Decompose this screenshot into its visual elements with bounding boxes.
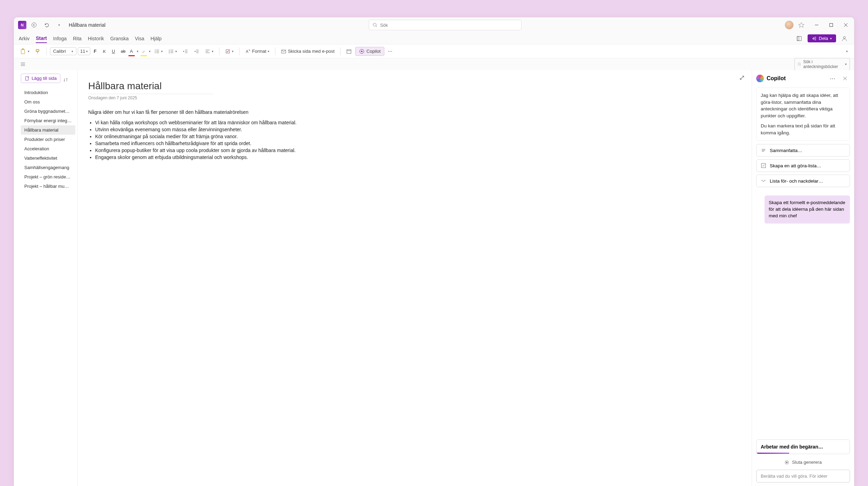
suggestion-summarize[interactable]: Sammanfatta…: [756, 144, 850, 157]
tab-granska[interactable]: Granska: [110, 34, 129, 43]
tab-infoga[interactable]: Infoga: [53, 34, 67, 43]
mail-icon: [281, 49, 286, 54]
meeting-details-button[interactable]: [344, 47, 354, 56]
main-content: Lägg till sida Introduktion Om oss Gröna…: [14, 70, 854, 486]
tab-start[interactable]: Start: [36, 34, 47, 43]
svg-text:3: 3: [169, 52, 170, 54]
copilot-toolbar-button[interactable]: Copilot: [355, 47, 384, 56]
maximize-button[interactable]: [827, 21, 835, 29]
bullet-item[interactable]: Samarbeta med influencers och hållbarhet…: [95, 141, 741, 146]
copilot-more-button[interactable]: ⋯: [828, 74, 837, 83]
page-editor[interactable]: Hållbara material Onsdagen den 7 juni 20…: [78, 70, 752, 486]
titlebar: N ▾ Hållbara material: [14, 17, 854, 33]
page-item[interactable]: Projekt – hållbar mu…: [21, 182, 75, 191]
bullet-item[interactable]: Kör onlineutmaningar på sociala medier f…: [95, 134, 741, 139]
account-icon[interactable]: [840, 34, 849, 43]
search-input[interactable]: [380, 23, 518, 28]
svg-text:A: A: [246, 49, 249, 53]
bullet-item[interactable]: Engagera skolor genom att erbjuda utbild…: [95, 154, 741, 160]
page-item[interactable]: Gröna byggnadsmetoder: [21, 107, 75, 116]
italic-button[interactable]: K: [101, 47, 108, 56]
indent-button[interactable]: [192, 47, 201, 56]
nav-toggle-button[interactable]: [18, 59, 28, 69]
close-button[interactable]: [842, 21, 850, 29]
search-icon: [373, 23, 377, 27]
expand-button[interactable]: [739, 75, 745, 81]
page-item[interactable]: Hållbara material: [21, 125, 75, 135]
bullet-list[interactable]: Vi kan hålla roliga workshops och webbse…: [88, 120, 741, 160]
strikethrough-button[interactable]: ab: [119, 48, 126, 55]
app-window: N ▾ Hållbara material Arkiv Start Infog: [14, 17, 854, 486]
tab-arkiv[interactable]: Arkiv: [19, 34, 30, 43]
page-item[interactable]: Vatteneffektivitet: [21, 153, 75, 163]
document-title: Hållbara material: [69, 22, 106, 28]
reading-view-button[interactable]: [794, 34, 804, 43]
svg-point-10: [843, 36, 845, 39]
font-family-select[interactable]: Calibri▾: [50, 47, 76, 55]
svg-point-0: [32, 23, 36, 27]
copilot-input[interactable]: Berätta vad du vill göra. För idéer: [756, 470, 850, 483]
page-item[interactable]: Förnybar energi integr…: [21, 116, 75, 125]
intro-text[interactable]: Några idéer om hur vi kan få fler person…: [88, 109, 741, 115]
tab-rita[interactable]: Rita: [73, 34, 82, 43]
underline-button[interactable]: U: [110, 47, 117, 55]
share-label: Dela: [819, 36, 828, 41]
global-search[interactable]: [369, 20, 521, 30]
email-page-button[interactable]: Skicka sida med e-post: [279, 47, 336, 56]
copilot-title: Copilot: [767, 75, 825, 82]
svg-rect-4: [830, 24, 833, 27]
bullet-item[interactable]: Utvinn ekovänliga evenemang som mässa el…: [95, 127, 741, 132]
tag-button[interactable]: ▾: [223, 47, 236, 56]
svg-rect-7: [797, 36, 801, 41]
app-icon: N: [18, 21, 26, 29]
premium-icon[interactable]: [796, 20, 806, 30]
font-size-select[interactable]: 11▾: [78, 47, 90, 55]
bullet-item[interactable]: Vi kan hålla roliga workshops och webbse…: [95, 120, 741, 125]
back-button[interactable]: [29, 20, 39, 30]
page-item[interactable]: Introduktion: [21, 88, 75, 97]
paste-button[interactable]: ▾: [18, 47, 32, 56]
more-button[interactable]: ⋯: [386, 47, 394, 55]
format-painter-button[interactable]: [33, 47, 43, 56]
add-page-icon: [25, 76, 30, 81]
tab-historik[interactable]: Historik: [88, 34, 104, 43]
add-page-button[interactable]: Lägg till sida: [21, 74, 60, 83]
page-item[interactable]: Produkter och priser: [21, 135, 75, 144]
page-list-sidebar: Lägg till sida Introduktion Om oss Gröna…: [19, 70, 78, 486]
stop-generating-button[interactable]: Sluta generera: [756, 458, 850, 467]
tab-hjalp[interactable]: Hjälp: [150, 34, 161, 43]
copilot-logo-icon: [756, 75, 764, 82]
page-item[interactable]: Samhällsengagemang: [21, 163, 75, 172]
bullet-list-button[interactable]: ▾: [152, 47, 165, 56]
page-title[interactable]: Hållbara material: [88, 81, 213, 94]
tab-visa[interactable]: Visa: [135, 34, 144, 43]
format-dropdown[interactable]: A Format▾: [243, 47, 272, 56]
customize-qat-dropdown[interactable]: ▾: [54, 20, 64, 30]
copilot-close-button[interactable]: [840, 74, 850, 83]
wave-icon: [761, 178, 766, 184]
numbered-list-button[interactable]: 123▾: [166, 47, 179, 56]
share-icon: [812, 36, 817, 41]
page-item[interactable]: Acceleration: [21, 144, 75, 153]
highlight-button[interactable]: [140, 48, 148, 55]
bold-button[interactable]: F: [92, 47, 99, 55]
notebook-search[interactable]: Sök i anteckningsböcker ▾: [794, 58, 850, 70]
page-item[interactable]: Om oss: [21, 97, 75, 107]
sort-pages-button[interactable]: [63, 77, 68, 82]
user-avatar[interactable]: [785, 20, 794, 30]
minimize-button[interactable]: [812, 21, 821, 29]
svg-point-13: [155, 50, 156, 50]
outdent-button[interactable]: [181, 47, 190, 56]
bullet-item[interactable]: Konfigurera popup-butiker för att visa u…: [95, 148, 741, 153]
share-button[interactable]: Dela ▾: [808, 34, 836, 42]
working-status: Arbetar med din begäran…: [756, 439, 850, 454]
undo-button[interactable]: [42, 20, 51, 30]
align-button[interactable]: ▾: [203, 47, 216, 56]
suggestion-todo[interactable]: Skapa en att göra-lista…: [756, 159, 850, 172]
font-color-button[interactable]: A: [128, 47, 135, 55]
suggestion-pros-cons[interactable]: Lista för- och nackdelar…: [756, 175, 850, 187]
stop-icon: [784, 460, 789, 465]
svg-point-40: [361, 51, 362, 52]
ribbon-collapse-button[interactable]: ▾: [844, 48, 850, 55]
page-item[interactable]: Projekt – grön resident …: [21, 172, 75, 182]
